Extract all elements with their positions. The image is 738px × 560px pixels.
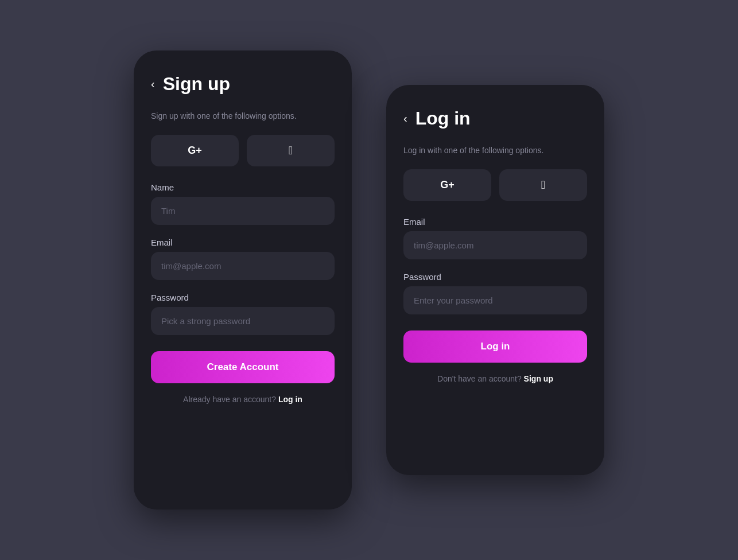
login-card: ‹ Log in Log in with one of the followin… xyxy=(386,85,604,475)
login-apple-button[interactable]:  xyxy=(499,169,587,201)
login-password-label: Password xyxy=(403,272,587,282)
signup-subtitle: Sign up with one of the following option… xyxy=(151,111,335,122)
login-title: Log in xyxy=(415,108,471,129)
signup-title: Sign up xyxy=(163,73,230,95)
apple-icon:  xyxy=(541,178,545,192)
signup-google-button[interactable]: G+ xyxy=(151,135,239,166)
signup-password-label: Password xyxy=(151,293,335,302)
apple-icon:  xyxy=(289,144,293,157)
login-password-input[interactable] xyxy=(403,286,587,314)
signup-switch-text: Already have an account? Log in xyxy=(151,395,335,404)
login-switch-text: Don't have an account? Sign up xyxy=(403,374,587,383)
login-social-buttons: G+  xyxy=(403,169,587,201)
signup-password-group: Password xyxy=(151,293,335,335)
login-google-button[interactable]: G+ xyxy=(403,169,491,201)
login-password-group: Password xyxy=(403,272,587,314)
login-submit-button[interactable]: Log in xyxy=(403,330,587,363)
signup-card: ‹ Sign up Sign up with one of the follow… xyxy=(134,50,352,510)
login-subtitle: Log in with one of the following options… xyxy=(403,145,587,157)
signup-back-button[interactable]: ‹ xyxy=(151,77,155,91)
signup-email-input[interactable] xyxy=(151,252,335,280)
signup-email-group: Email xyxy=(151,238,335,280)
signup-email-label: Email xyxy=(151,238,335,247)
login-signup-link[interactable]: Sign up xyxy=(524,374,553,383)
signup-apple-button[interactable]:  xyxy=(247,135,335,166)
login-email-label: Email xyxy=(403,217,587,227)
signup-name-input[interactable] xyxy=(151,197,335,225)
login-email-group: Email xyxy=(403,217,587,259)
signup-login-link[interactable]: Log in xyxy=(278,395,302,404)
signup-social-buttons: G+  xyxy=(151,135,335,166)
signup-header: ‹ Sign up xyxy=(151,73,335,95)
signup-password-input[interactable] xyxy=(151,307,335,335)
signup-submit-button[interactable]: Create Account xyxy=(151,351,335,383)
signup-name-label: Name xyxy=(151,182,335,192)
login-header: ‹ Log in xyxy=(403,108,587,129)
signup-name-group: Name xyxy=(151,182,335,225)
login-back-button[interactable]: ‹ xyxy=(403,112,407,125)
login-email-input[interactable] xyxy=(403,231,587,259)
